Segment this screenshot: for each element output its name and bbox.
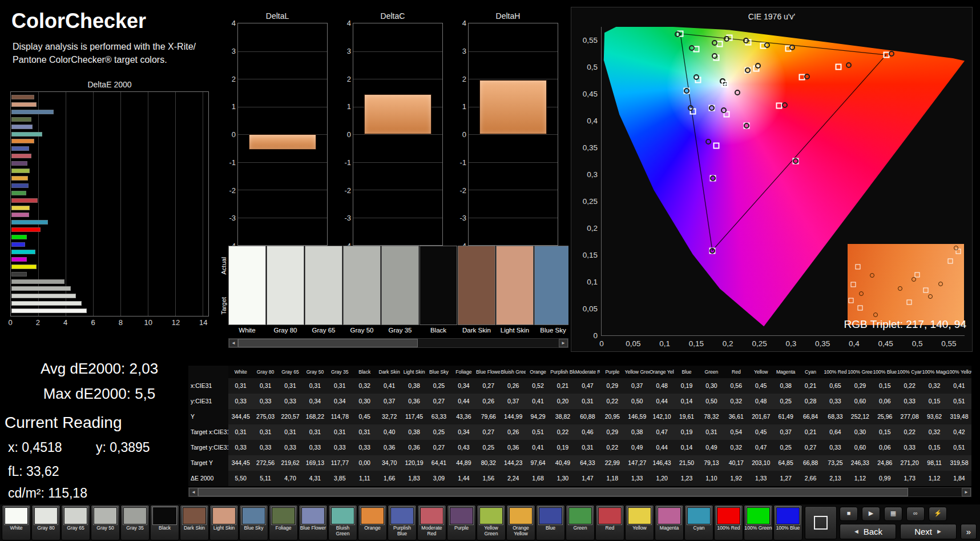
- table-cell: 0,32: [922, 424, 946, 440]
- column-header-green: Green: [699, 366, 724, 378]
- patch-button-blue-flower[interactable]: Blue Flower: [299, 505, 328, 540]
- row-label: x:CIE31: [188, 378, 228, 394]
- patch-dark-skin[interactable]: Dark Skin: [458, 246, 495, 337]
- patch-button-100-blue[interactable]: 100% Blue: [773, 505, 802, 540]
- scroll-left-button[interactable]: ◄: [229, 339, 238, 347]
- patch-button-purplish-blue[interactable]: Purplish Blue: [388, 505, 417, 540]
- patch-swatch: [301, 507, 325, 524]
- table-cell: 0,41: [526, 394, 550, 409]
- column-header-cyan: Cyan: [798, 366, 822, 378]
- patch-strip: Actual Target WhiteGray 80Gray 65Gray 50…: [219, 246, 568, 348]
- patch-color: [534, 246, 568, 325]
- table-cell: 0,56: [724, 378, 748, 394]
- patch-white[interactable]: White: [228, 246, 266, 337]
- patch-strip-scrollbar[interactable]: ◄ ►: [228, 338, 568, 348]
- flash-button[interactable]: ⚡: [929, 507, 947, 521]
- inset-target-marker: [907, 300, 912, 305]
- table-cell: 203,10: [749, 455, 773, 471]
- scrollbar-thumb[interactable]: [238, 339, 418, 347]
- patch-button-purple[interactable]: Purple: [447, 505, 476, 540]
- patch-button-orange[interactable]: Orange: [358, 505, 387, 540]
- row-label: Target Y: [188, 455, 228, 471]
- table-cell: 1,47: [575, 471, 600, 486]
- patch-button-gray-50[interactable]: Gray 50: [91, 505, 120, 540]
- patch-button-cyan[interactable]: Cyan: [684, 505, 713, 540]
- table-cell: 40,17: [724, 455, 748, 471]
- table-cell: 0,32: [922, 378, 946, 394]
- patch-button-blue[interactable]: Blue: [536, 505, 565, 540]
- deltae-bar-yellow: [11, 206, 30, 210]
- scrollbar-track[interactable]: [238, 339, 559, 347]
- patch-button-orange-yellow[interactable]: Orange Yellow: [506, 505, 535, 540]
- patch-button-100-red[interactable]: 100% Red: [714, 505, 743, 540]
- delta-lch-charts: DeltaL 43210-1-2-3-4 DeltaC 43210-1-2-3-…: [227, 11, 558, 246]
- patch-button-label: 100% Red: [717, 526, 740, 531]
- gridline: [238, 79, 327, 79]
- patch-button-black[interactable]: Black: [150, 505, 179, 540]
- patch-button-foliage[interactable]: Foliage: [269, 505, 298, 540]
- table-cell: 0,33: [228, 394, 253, 409]
- table-cell: 0,47: [575, 378, 600, 394]
- patch-swatch: [64, 507, 87, 524]
- patch-black[interactable]: Black: [420, 246, 457, 337]
- table-scrollbar[interactable]: ◄ ►: [188, 487, 971, 497]
- table-cell: 0,27: [476, 378, 501, 394]
- patch-button-100-green[interactable]: 100% Green: [744, 505, 773, 540]
- patch-swatch: [390, 507, 414, 524]
- axis-tick-label: -3: [459, 214, 466, 222]
- patch-button-light-skin[interactable]: Light Skin: [209, 505, 239, 540]
- patch-button-gray-35[interactable]: Gray 35: [120, 505, 150, 540]
- patch-gray-35[interactable]: Gray 35: [381, 246, 419, 337]
- patch-button-green[interactable]: Green: [566, 505, 595, 540]
- patch-button-label: 100% Green: [744, 526, 772, 531]
- patch-swatch: [598, 507, 622, 524]
- patch-button-gray-65[interactable]: Gray 65: [61, 505, 90, 540]
- table-cell: 22,99: [600, 455, 624, 471]
- patch-button-moderate-red[interactable]: Moderate Red: [417, 505, 446, 540]
- patch-button-blue-sky[interactable]: Blue Sky: [239, 505, 268, 540]
- patch-button-yellow-green[interactable]: Yellow Green: [477, 505, 506, 540]
- stop-button[interactable]: ■: [840, 507, 858, 521]
- table-header-row: WhiteGray 80Gray 65Gray 50Gray 35BlackDa…: [188, 366, 971, 378]
- axis-tick-label: 0,55: [583, 36, 598, 45]
- patch-swatch: [776, 507, 800, 524]
- patch-gray-50[interactable]: Gray 50: [343, 246, 381, 337]
- scroll-left-button[interactable]: ◄: [189, 488, 198, 496]
- patch-button-gray-80[interactable]: Gray 80: [31, 505, 61, 540]
- scroll-right-button[interactable]: ►: [962, 488, 971, 496]
- axis-tick-label: -1: [459, 158, 466, 166]
- patch-gray-80[interactable]: Gray 80: [267, 246, 304, 337]
- column-header-gray-50: Gray 50: [303, 366, 327, 378]
- table-cell: 0,14: [674, 394, 699, 409]
- column-header-blue: Blue: [674, 366, 699, 378]
- continuous-button[interactable]: ∞: [906, 507, 925, 521]
- patch-gray-65[interactable]: Gray 65: [305, 246, 342, 337]
- patch-button-red[interactable]: Red: [595, 505, 624, 540]
- patch-button-dark-skin[interactable]: Dark Skin: [180, 505, 209, 540]
- patch-button-label: Green: [574, 526, 587, 531]
- axis-tick-label: 8: [119, 318, 123, 327]
- table-cell: 0,42: [947, 424, 971, 440]
- back-button[interactable]: ◄ Back: [840, 524, 896, 539]
- patch-button-magenta[interactable]: Magenta: [655, 505, 684, 540]
- gridline: [148, 92, 148, 316]
- pattern-grid-button[interactable]: ▦: [884, 507, 902, 521]
- deltae-bar-blue-flower: [11, 125, 33, 129]
- play-button[interactable]: ▶: [862, 507, 880, 521]
- axis-tick-label: 0,05: [626, 339, 640, 348]
- scrollbar-track[interactable]: [198, 488, 962, 496]
- next-button[interactable]: Next ►: [900, 524, 957, 539]
- patch-blue-sky[interactable]: Blue Sky: [534, 246, 568, 337]
- scrollbar-thumb[interactable]: [198, 488, 908, 496]
- pattern-window-button[interactable]: [805, 506, 837, 539]
- patch-button-bluish-green[interactable]: Bluish Green: [328, 505, 357, 540]
- patch-light-skin[interactable]: Light Skin: [496, 246, 534, 337]
- scroll-right-button[interactable]: ►: [559, 339, 568, 347]
- more-button[interactable]: »: [961, 524, 977, 539]
- deltae-bar-gray-80: [11, 301, 82, 306]
- table-cell: 1,33: [625, 471, 650, 486]
- patch-button-yellow[interactable]: Yellow: [625, 505, 654, 540]
- table-cell: 0,25: [426, 378, 451, 394]
- gridline: [93, 92, 94, 316]
- patch-button-white[interactable]: White: [2, 505, 31, 540]
